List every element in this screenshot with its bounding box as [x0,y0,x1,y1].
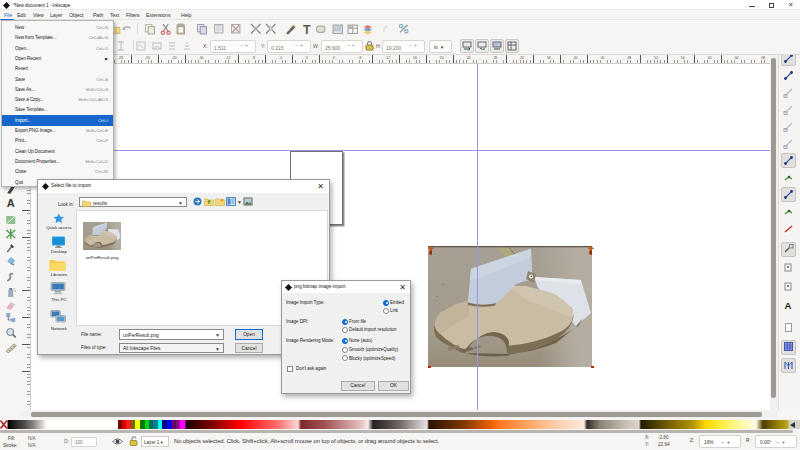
svg-text:T: T [303,23,311,35]
svg-text:A: A [785,300,792,311]
svg-text:A: A [7,197,15,209]
